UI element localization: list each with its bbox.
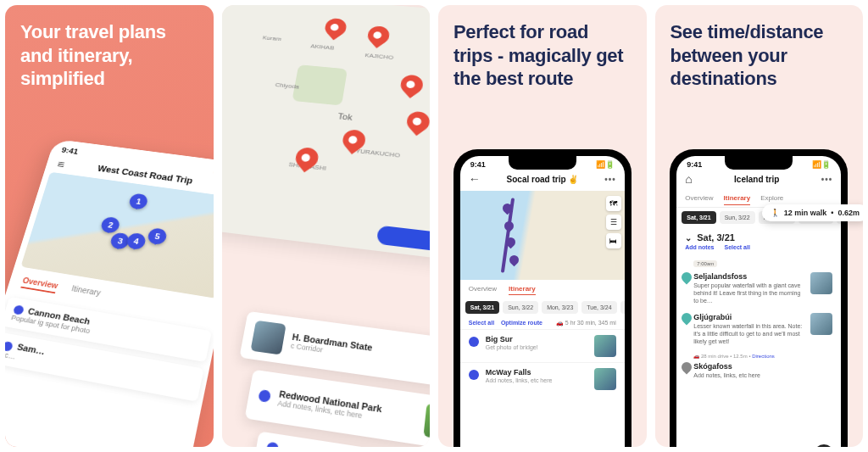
map-label: YURAKUCHO <box>355 148 400 159</box>
day-sublinks: Add notes Select all <box>676 244 841 254</box>
map-pin-icon[interactable] <box>320 14 350 40</box>
tab-itinerary[interactable]: Itinerary <box>724 194 751 205</box>
tab-row: Overview Itinerary <box>460 280 625 298</box>
map-pin-icon[interactable] <box>503 219 516 232</box>
place-item[interactable]: Gljúgrabúi Lesser known waterfall in thi… <box>676 310 841 350</box>
place-thumbnail <box>250 321 286 355</box>
status-icons: 📶🔋 <box>596 160 615 169</box>
panel-4-headline: See time/distance between your destinati… <box>655 5 864 98</box>
segment-meta: 🚗 28 min drive • 12.5m • Directions <box>676 351 841 359</box>
date-chip[interactable]: Tue, 3/24 <box>581 301 616 314</box>
day-header[interactable]: ⌄ Sat, 3/21 <box>676 227 841 244</box>
pin-dot-icon <box>258 389 271 403</box>
map-label: Chiyoda <box>275 81 300 90</box>
place-thumbnail <box>810 313 832 335</box>
panel-4-screen: 9:41 📶🔋 ⌂ Iceland trip ••• Overview Itin… <box>676 156 841 447</box>
map-action-button[interactable] <box>376 226 430 254</box>
map-pin[interactable]: 5 <box>147 227 168 245</box>
title-bar: ⌂ Iceland trip ••• <box>676 170 841 191</box>
date-chip[interactable]: We <box>620 301 625 314</box>
chevron-down-icon: ⌄ <box>685 233 692 243</box>
layers-icon[interactable]: ☰ <box>606 215 621 230</box>
optimize-link[interactable]: Optimize route <box>501 320 542 326</box>
panel-1-headline: Your travel plans and itinerary, simplif… <box>5 5 214 98</box>
map-pin-icon[interactable] <box>403 108 430 136</box>
status-time: 9:41 <box>61 146 80 155</box>
panel-2-map[interactable]: Kuram AKIHAB KAJICHO Chiyoda Tok SHIMBAS… <box>222 5 431 261</box>
date-chip[interactable]: Sat, 3/21 <box>682 211 715 224</box>
map-pin[interactable]: 1 <box>128 193 149 209</box>
place-item[interactable]: Skógafoss Add notes, links, etc here <box>676 359 841 384</box>
place-thumbnail <box>810 272 832 294</box>
panel-2-cards: H. Boardman State c Corridor Redwood Nat… <box>222 309 431 447</box>
home-icon[interactable]: ⌂ <box>685 172 692 186</box>
map-label: Tok <box>337 111 353 121</box>
panel-3-screen: 9:41 📶🔋 ← Socal road trip ✌️ ••• 🗺 ☰ 🛏 O… <box>460 156 625 447</box>
tab-overview[interactable]: Overview <box>685 194 713 205</box>
map-pin-icon[interactable] <box>396 71 427 98</box>
place-pin-icon <box>680 360 694 374</box>
map-pin-icon[interactable] <box>364 23 393 48</box>
itinerary-item[interactable]: McWay Falls Add notes, links, etc here <box>460 362 625 395</box>
tab-overview[interactable]: Overview <box>20 276 58 294</box>
date-chip[interactable]: Sat, 3/21 <box>465 301 499 314</box>
route-fab-icon[interactable]: ⚲ <box>814 444 834 447</box>
tab-itinerary[interactable]: Itinerary <box>509 285 536 295</box>
place-item[interactable]: Seljalandsfoss Super popular waterfall w… <box>676 269 841 310</box>
walk-callout: 🚶 12 min walk • 0.62m <box>762 204 863 221</box>
walk-icon: 🚶 <box>771 209 780 217</box>
time-pill: 7:00am <box>693 260 717 267</box>
place-pin-icon <box>680 271 694 285</box>
place-pin-icon <box>680 311 694 326</box>
date-chip[interactable]: Sun, 3/22 <box>720 211 755 224</box>
add-notes-link[interactable]: Add notes <box>685 244 714 250</box>
date-row[interactable]: Sat, 3/21 Sun, 3/22 Mon, 3/23 Tue, 3/24 … <box>460 298 625 317</box>
trip-title: Socal road trip ✌️ <box>507 175 579 184</box>
pin-dot-icon <box>265 442 279 447</box>
map-pin[interactable]: 2 <box>100 216 121 234</box>
date-chip[interactable]: Mon, 3/23 <box>542 301 578 314</box>
more-icon[interactable]: ••• <box>604 175 616 184</box>
status-time: 9:41 <box>470 160 486 169</box>
panel-2: Kuram AKIHAB KAJICHO Chiyoda Tok SHIMBAS… <box>222 5 431 447</box>
lodging-icon[interactable]: 🛏 <box>606 233 621 248</box>
map-type-icon[interactable]: 🗺 <box>606 196 621 211</box>
pin-dot-icon <box>5 341 14 352</box>
select-all-link[interactable]: Select all <box>724 244 749 250</box>
panel-4: See time/distance between your destinati… <box>655 5 864 447</box>
fab-group: ⚲ + <box>814 444 834 447</box>
panel-3-headline: Perfect for road trips - magically get t… <box>438 5 647 98</box>
itinerary-item[interactable]: Big Sur Get photo of bridge! <box>460 329 625 362</box>
place-thumbnail <box>594 335 616 357</box>
map-label: AKIHAB <box>309 43 334 52</box>
map-pin-icon[interactable] <box>508 253 521 266</box>
tab-itinerary[interactable]: Itinerary <box>70 284 102 301</box>
route-stat: 🚗 5 hr 30 min, 345 mi <box>556 320 616 326</box>
panel-3-map[interactable]: 🗺 ☰ 🛏 <box>460 191 625 280</box>
panel-3: Perfect for road trips - magically get t… <box>438 5 647 447</box>
tab-overview[interactable]: Overview <box>469 285 497 295</box>
place-thumbnail <box>594 368 616 390</box>
menu-icon[interactable]: ≡ <box>56 159 66 171</box>
panel-1: Your travel plans and itinerary, simplif… <box>5 5 214 447</box>
pin-dot-icon <box>469 337 479 347</box>
map-pin[interactable]: 4 <box>125 232 147 250</box>
panel-2-stage: Kuram AKIHAB KAJICHO Chiyoda Tok SHIMBAS… <box>222 5 431 447</box>
map-label: Kuram <box>262 34 281 42</box>
app-logo-icon <box>19 403 49 433</box>
map-label: KAJICHO <box>364 53 393 62</box>
status-icons: 📶🔋 <box>812 160 831 169</box>
date-chip[interactable]: Sun, 3/22 <box>503 301 538 314</box>
status-time: 9:41 <box>687 160 702 169</box>
notch <box>509 156 576 170</box>
title-bar: ← Socal road trip ✌️ ••• <box>460 170 625 191</box>
notch <box>725 156 793 170</box>
pin-dot-icon <box>469 370 479 380</box>
panel-4-phone: 9:41 📶🔋 ⌂ Iceland trip ••• Overview Itin… <box>670 149 848 447</box>
select-all-link[interactable]: Select all <box>469 320 494 326</box>
back-icon[interactable]: ← <box>469 172 481 186</box>
more-icon[interactable]: ••• <box>821 175 833 184</box>
panel-1-phone: 9:41 📶 🔋 ≡ West Coast Road Trip 1 2 3 4 … <box>5 139 214 447</box>
panel-1-stage: 9:41 📶 🔋 ≡ West Coast Road Trip 1 2 3 4 … <box>5 115 214 447</box>
trip-title: Iceland trip <box>734 175 779 184</box>
